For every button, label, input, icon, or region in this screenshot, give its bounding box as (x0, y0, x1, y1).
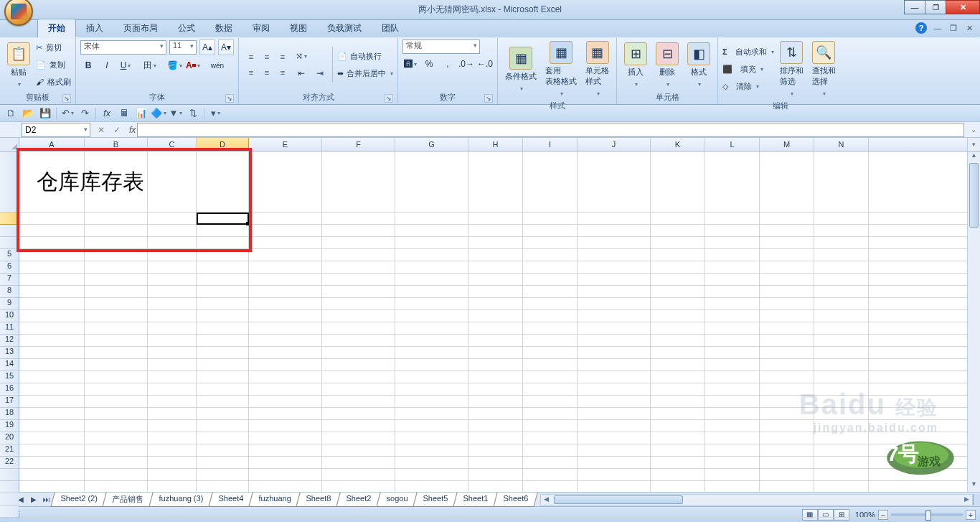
sheet-tab-2[interactable]: fuzhuang (3) (149, 493, 213, 507)
sheet-tab-3[interactable]: Sheet4 (208, 493, 253, 507)
col-header-A[interactable]: A (19, 138, 85, 151)
qat-calc[interactable]: 🖩 (116, 106, 132, 121)
decrease-decimal[interactable]: ←.0 (477, 56, 493, 72)
row-header-5[interactable]: 5 (0, 249, 19, 261)
col-header-J[interactable]: J (578, 138, 651, 151)
row-header-12[interactable]: 12 (0, 335, 19, 347)
border-button[interactable]: 田 (142, 57, 158, 73)
spreadsheet-grid[interactable]: ▾ ABCDEFGHIJKLMN 56789101112131415161718… (0, 138, 980, 492)
row-header-14[interactable]: 14 (0, 359, 19, 371)
row-header-7[interactable]: 7 (0, 274, 19, 286)
tab-insert[interactable]: 插入 (76, 19, 113, 37)
col-header-F[interactable]: F (322, 138, 395, 151)
col-header-L[interactable]: L (705, 138, 760, 151)
row-header-6[interactable]: 6 (0, 261, 19, 274)
comma-button[interactable]: , (440, 56, 456, 72)
tab-load-test[interactable]: 负载测试 (317, 19, 372, 37)
cancel-formula[interactable]: ✕ (93, 125, 109, 135)
row-header-16[interactable]: 16 (0, 383, 19, 396)
bold-button[interactable]: B (80, 57, 96, 73)
tab-formulas[interactable]: 公式 (168, 19, 205, 37)
formula-input[interactable] (137, 123, 964, 137)
find-select-button[interactable]: 🔍查找和 选择 (809, 39, 839, 98)
col-header-N[interactable]: N (814, 138, 869, 151)
vscroll-thumb[interactable] (969, 163, 979, 228)
clear-button[interactable]: ◇ 清除 (722, 78, 774, 94)
fill-button[interactable]: ⬛ 填充 (722, 61, 774, 77)
col-header-I[interactable]: I (523, 138, 578, 151)
sheet-tabs[interactable]: Sheet2 (2)产品销售fuzhuang (3)Sheet4fuzhuang… (53, 493, 536, 507)
number-launcher[interactable] (484, 94, 493, 103)
autosum-button[interactable]: Σ 自动求和 (722, 44, 774, 60)
ribbon-minimize-icon[interactable]: — (933, 24, 943, 32)
merge-center-button[interactable]: ⬌合并后居中 (337, 65, 393, 81)
zoom-level[interactable]: 100% (855, 511, 875, 519)
row-header-4[interactable] (0, 237, 19, 249)
zoom-slider[interactable] (891, 513, 963, 516)
col-header-G[interactable]: G (395, 138, 468, 151)
cut-button[interactable]: 剪切 (36, 39, 71, 55)
fill-color-button[interactable]: 🪣 (166, 57, 182, 73)
tab-page-layout[interactable]: 页面布局 (113, 19, 168, 37)
office-button[interactable] (4, 0, 33, 26)
conditional-format-button[interactable]: ▦条件格式 (502, 45, 540, 93)
qat-new[interactable]: 🗋 (3, 106, 19, 121)
qat-save[interactable]: 💾 (37, 106, 53, 121)
row-header-2[interactable] (0, 213, 19, 225)
row-header-21[interactable]: 21 (0, 444, 19, 457)
help-icon[interactable]: ? (915, 22, 927, 34)
sort-filter-button[interactable]: ⇅排序和 筛选 (777, 39, 806, 98)
sheet-tab-8[interactable]: Sheet5 (413, 493, 457, 507)
increase-indent[interactable]: ⇥ (312, 65, 328, 81)
col-header-M[interactable]: M (760, 138, 814, 151)
copy-button[interactable]: 复制 (36, 57, 71, 73)
merged-cell-a1[interactable]: 仓库库存表 (19, 152, 197, 213)
active-cell-d2[interactable] (197, 213, 249, 225)
col-header-C[interactable]: C (148, 138, 197, 151)
decrease-font-button[interactable]: A▾ (218, 39, 234, 55)
align-center[interactable]: ≡ (259, 65, 275, 80)
col-header-D[interactable]: D (197, 138, 249, 151)
row-header-23[interactable] (0, 469, 19, 481)
sheet-tab-5[interactable]: Sheet8 (296, 493, 341, 507)
row-header-17[interactable]: 17 (0, 396, 19, 408)
fx-icon[interactable]: fx (129, 125, 136, 135)
cells-area[interactable]: 仓库库存表 Baidu 经验jingyan.baidu.com 7号游戏 (19, 152, 967, 492)
sheet-tab-10[interactable]: Sheet6 (493, 493, 537, 507)
row-header-18[interactable]: 18 (0, 408, 19, 420)
zoom-in[interactable]: + (966, 510, 976, 520)
qat-shape[interactable]: 🔷 (151, 106, 166, 121)
row-header-22[interactable]: 22 (0, 457, 19, 469)
col-header-H[interactable]: H (468, 138, 523, 151)
row-header-19[interactable]: 19 (0, 420, 19, 432)
clipboard-launcher[interactable] (62, 94, 71, 103)
accounting-button[interactable]: 🅰 (402, 56, 418, 72)
delete-cells-button[interactable]: ⊟删除 (653, 41, 682, 89)
hscroll-thumb[interactable] (554, 495, 683, 504)
col-header-B[interactable]: B (85, 138, 148, 151)
vertical-scrollbar[interactable]: ▲ ▼ (967, 152, 980, 492)
italic-button[interactable]: I (99, 57, 115, 73)
name-box[interactable]: D2 (22, 123, 90, 137)
row-header-15[interactable]: 15 (0, 371, 19, 383)
tab-split[interactable] (973, 494, 980, 505)
sheet-tab-9[interactable]: Sheet1 (453, 493, 497, 507)
row-header-10[interactable]: 10 (0, 310, 19, 322)
ribbon-restore-icon[interactable]: ❐ (948, 24, 958, 33)
sheet-tab-6[interactable]: Sheet2 (336, 493, 380, 507)
alignment-launcher[interactable] (385, 94, 393, 103)
row-header-8[interactable]: 8 (0, 286, 19, 298)
sheet-tab-4[interactable]: fuzhuang (248, 493, 301, 507)
align-bottom[interactable]: ≡ (275, 49, 291, 65)
font-color-button[interactable]: A (185, 57, 201, 73)
align-top[interactable]: ≡ (243, 49, 259, 65)
ribbon-close-icon[interactable]: ✕ (964, 24, 974, 33)
scroll-down-arrow[interactable]: ▼ (968, 480, 980, 492)
qat-undo[interactable]: ↶ (60, 106, 75, 121)
qat-fx[interactable]: fx (99, 106, 115, 121)
percent-button[interactable]: % (421, 56, 437, 72)
wrap-text-button[interactable]: 📄自动换行 (337, 48, 393, 64)
row-headers[interactable]: 5678910111213141516171819202122 (0, 138, 19, 492)
hscroll-right[interactable]: ▶ (961, 495, 972, 503)
increase-decimal[interactable]: .0→ (458, 56, 474, 72)
